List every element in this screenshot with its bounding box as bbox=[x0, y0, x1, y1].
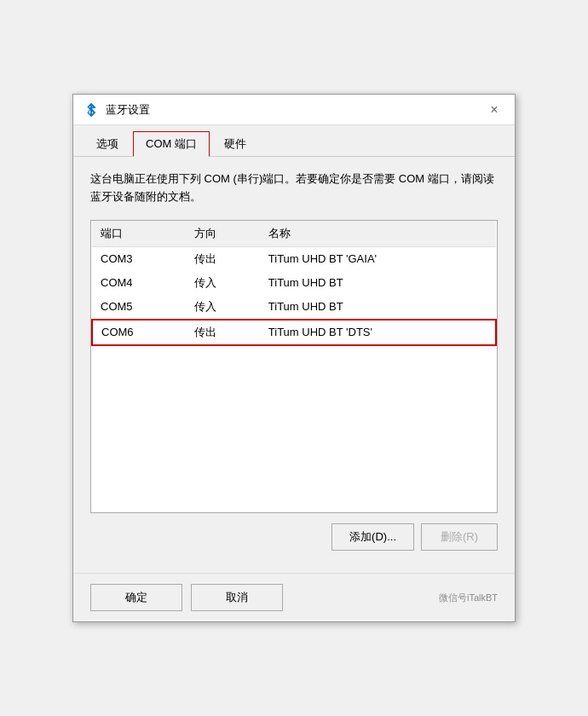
cell-name: TiTum UHD BT bbox=[260, 271, 496, 295]
add-button[interactable]: 添加(D)... bbox=[331, 523, 414, 551]
close-button[interactable]: × bbox=[484, 100, 504, 120]
com-ports-table: 端口 方向 名称 COM3传出TiTum UHD BT 'GAIA'COM4传入… bbox=[91, 221, 497, 346]
tab-options[interactable]: 选项 bbox=[84, 131, 131, 157]
tab-content: 这台电脑正在使用下列 COM (串行)端口。若要确定你是否需要 COM 端口，请… bbox=[73, 157, 515, 573]
footer: 确定 取消 微信号iTalkBT bbox=[73, 573, 515, 621]
cell-port: COM3 bbox=[92, 246, 186, 271]
table-row[interactable]: COM5传入TiTum UHD BT bbox=[92, 295, 496, 320]
ok-button[interactable]: 确定 bbox=[90, 584, 182, 611]
bluetooth-settings-window: 蓝牙设置 × 选项 COM 端口 硬件 这台电脑正在使用下列 COM (串行)端… bbox=[72, 94, 516, 622]
title-bar: 蓝牙设置 × bbox=[73, 95, 515, 125]
bluetooth-icon bbox=[84, 102, 99, 118]
tab-bar: 选项 COM 端口 硬件 bbox=[73, 125, 515, 157]
cell-port: COM5 bbox=[92, 295, 186, 320]
tab-com-port[interactable]: COM 端口 bbox=[133, 131, 210, 157]
cancel-button[interactable]: 取消 bbox=[191, 584, 283, 611]
remove-button[interactable]: 删除(R) bbox=[421, 523, 498, 551]
title-bar-left: 蓝牙设置 bbox=[84, 102, 150, 118]
description-text: 这台电脑正在使用下列 COM (串行)端口。若要确定你是否需要 COM 端口，请… bbox=[90, 170, 498, 206]
cell-name: TiTum UHD BT 'GAIA' bbox=[260, 246, 496, 271]
cell-port: COM4 bbox=[92, 271, 186, 295]
cell-name: TiTum UHD BT 'DTS' bbox=[260, 320, 496, 345]
cell-name: TiTum UHD BT bbox=[260, 295, 496, 320]
tab-hardware[interactable]: 硬件 bbox=[211, 131, 259, 157]
cell-direction: 传入 bbox=[186, 271, 260, 295]
window-title: 蓝牙设置 bbox=[106, 102, 150, 118]
header-name: 名称 bbox=[260, 221, 496, 247]
com-ports-table-container[interactable]: 端口 方向 名称 COM3传出TiTum UHD BT 'GAIA'COM4传入… bbox=[90, 220, 498, 513]
header-port: 端口 bbox=[92, 221, 186, 247]
cell-direction: 传出 bbox=[186, 246, 260, 271]
table-header-row: 端口 方向 名称 bbox=[92, 221, 496, 247]
table-row[interactable]: COM3传出TiTum UHD BT 'GAIA' bbox=[92, 246, 496, 271]
cell-direction: 传入 bbox=[186, 295, 260, 320]
cell-port: COM6 bbox=[92, 320, 186, 345]
cell-direction: 传出 bbox=[186, 320, 260, 345]
table-row[interactable]: COM4传入TiTum UHD BT bbox=[92, 271, 496, 295]
watermark: 微信号iTalkBT bbox=[439, 592, 498, 604]
table-row[interactable]: COM6传出TiTum UHD BT 'DTS' bbox=[92, 320, 496, 345]
table-actions: 添加(D)... 删除(R) bbox=[90, 523, 498, 551]
header-direction: 方向 bbox=[186, 221, 260, 247]
